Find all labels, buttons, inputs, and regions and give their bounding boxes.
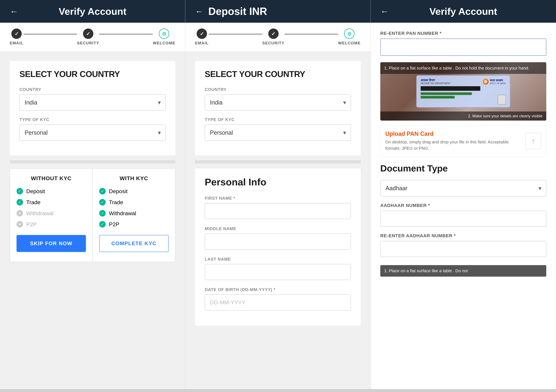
country-label-2: COUNTRY	[205, 87, 351, 92]
back-button-1[interactable]: ←	[10, 7, 18, 16]
step-welcome-circle-1: ⊙	[159, 29, 169, 39]
country-select-1[interactable]: India	[19, 94, 166, 111]
doc-type-select[interactable]: Aadhaar	[380, 180, 546, 196]
check-gray-icon-1: ✕	[16, 210, 23, 216]
re-aadhaar-label: RE-ENTER AADHAAR NUMBER *	[380, 233, 546, 238]
last-name-field: LAST NAME	[205, 257, 351, 280]
govt-india-label: मारत सरकार	[490, 79, 506, 82]
step-security-2: ✓ SECURITY	[262, 29, 285, 45]
first-name-input[interactable]	[205, 203, 351, 219]
header-1: ← Verify Account	[0, 0, 185, 23]
country-section-1: SELECT YOUR COUNTRY COUNTRY India ▾ TYPE…	[10, 61, 175, 155]
with-trade-label: Trade	[109, 199, 123, 206]
separator-2	[195, 160, 361, 163]
kyc-type-select-wrapper-2: Personal ▾	[205, 124, 351, 141]
kyc-type-label-1: TYPE OF KYC	[19, 117, 166, 122]
govt-label: मारत सरकार GOVT. OF INDIA	[490, 79, 506, 85]
with-withdrawal-label: Withdrawal	[109, 210, 136, 216]
bottom-bar-2	[185, 389, 371, 392]
back-button-3[interactable]: ←	[380, 7, 389, 16]
step-email-circle-1: ✓	[11, 29, 22, 39]
with-trade: ✓ Trade	[99, 199, 169, 206]
first-name-label: FIRST NAME *	[205, 196, 351, 201]
pan-image-bottom-note: 2. Make sure your details are clearly vi…	[380, 111, 546, 121]
deposit-title: Deposit INR	[208, 5, 267, 17]
without-withdrawal-label: Withdrawal	[26, 210, 54, 216]
without-kyc-header: WITHOUT KYC	[16, 175, 86, 182]
step-security-label-2: SECURITY	[262, 41, 285, 45]
country-label-1: COUNTRY	[19, 87, 166, 92]
pan-re-enter-input[interactable]	[380, 38, 546, 56]
kyc-type-label-2: TYPE OF KYC	[205, 117, 351, 122]
check-green-icon-6: ✓	[99, 221, 106, 228]
kyc-col-with: WITH KYC ✓ Deposit ✓ Trade ✓ Withdrawal …	[93, 169, 175, 262]
emblem-icon	[483, 79, 489, 85]
step-line-1a	[23, 34, 77, 34]
last-name-input[interactable]	[205, 264, 351, 280]
dob-input[interactable]	[205, 294, 351, 310]
country-select-wrapper-1: India ▾	[19, 94, 166, 111]
step-security-circle-1: ✓	[83, 29, 93, 39]
aadhaar-number-input[interactable]	[380, 211, 546, 227]
country-select-2[interactable]: India	[205, 94, 351, 111]
with-withdrawal: ✓ Withdrawal	[99, 210, 169, 216]
upload-btn-box[interactable]: ↑	[525, 133, 541, 149]
without-p2p-label: P2P	[26, 221, 37, 228]
with-p2p: ✓ P2P	[99, 221, 169, 228]
step-welcome-circle-2: ⊙	[344, 29, 355, 39]
check-green-icon-3: ✓	[99, 188, 106, 194]
panel2-content: SELECT YOUR COUNTRY COUNTRY India ▾ TYPE…	[185, 51, 371, 389]
middle-name-field: MIDDLE NAME	[205, 226, 351, 250]
bottom-note-text: 1. Place on a flat surface like a table …	[384, 268, 468, 273]
pan-card-right: मारत सरकार GOVT. OF INDIA	[483, 79, 506, 85]
pan-dept-left: आयकर विभाग INCOME TAX DEPARTMENT	[421, 79, 451, 85]
back-button-2[interactable]: ←	[195, 7, 203, 16]
step-security-1: ✓ SECURITY	[77, 29, 99, 45]
middle-name-input[interactable]	[205, 233, 351, 250]
steps-row-2: ✓ EMAIL ✓ SECURITY ⊙ WELCOME	[185, 23, 371, 51]
with-deposit-label: Deposit	[109, 188, 128, 194]
country-select-wrapper-2: India ▾	[205, 94, 351, 111]
upload-pan-section[interactable]: Upload PAN Card On desktop, simply drag …	[380, 125, 546, 157]
dob-field: DATE OF BIRTH (DD-MM-YYYY) *	[205, 287, 351, 310]
income-tax-label: INCOME TAX DEPARTMENT	[421, 82, 451, 85]
pan-card-header: आयकर विभाग INCOME TAX DEPARTMENT मारत सर…	[421, 79, 506, 85]
with-kyc-header: WITH KYC	[99, 175, 169, 182]
dob-label: DATE OF BIRTH (DD-MM-YYYY) *	[205, 287, 351, 292]
pan-dept-label: आयकर विभाग	[421, 79, 451, 82]
pan-text-bars	[421, 92, 506, 99]
bottom-note-strip: 1. Place on a flat surface like a table …	[380, 265, 546, 277]
without-withdrawal: ✕ Withdrawal	[16, 210, 86, 216]
step-email-2: ✓ EMAIL	[195, 29, 209, 45]
check-green-icon: ✓	[16, 188, 23, 194]
header-title-3: Verify Account	[429, 6, 497, 17]
deposit-header: ← Deposit INR	[185, 0, 371, 23]
with-p2p-label: P2P	[109, 221, 119, 228]
skip-button[interactable]: SKIP FOR NOW	[16, 235, 86, 252]
pan-bar-2	[421, 96, 455, 99]
bottom-bar-3	[371, 389, 556, 392]
complete-kyc-button[interactable]: COMPLETE KYC	[99, 235, 169, 252]
kyc-col-without: WITHOUT KYC ✓ Deposit ✓ Trade ✕ Withdraw…	[10, 169, 93, 262]
section-title-1: SELECT YOUR COUNTRY	[19, 69, 166, 79]
check-gray-icon-2: ✕	[16, 221, 23, 228]
re-aadhaar-input[interactable]	[380, 241, 546, 257]
kyc-table-1: WITHOUT KYC ✓ Deposit ✓ Trade ✕ Withdraw…	[10, 168, 175, 262]
header-3: ← Verify Account	[371, 0, 556, 23]
step-welcome-label-1: WELCOME	[153, 41, 175, 45]
step-security-label-1: SECURITY	[77, 41, 99, 45]
step-email-label-2: EMAIL	[195, 41, 209, 45]
upload-pan-info: Upload PAN Card On desktop, simply drag …	[385, 131, 520, 152]
panel-verify-account-1: ← Verify Account ✓ EMAIL ✓ SECURITY ⊙ WE…	[0, 0, 185, 392]
panel3-content: RE-ENTER PAN NUMBER * 1. Place on a flat…	[371, 23, 556, 389]
step-email-label-1: EMAIL	[10, 41, 23, 45]
middle-name-label: MIDDLE NAME	[205, 226, 351, 231]
without-trade-label: Trade	[26, 199, 40, 206]
check-green-icon-5: ✓	[99, 210, 106, 216]
kyc-type-select-2[interactable]: Personal	[205, 124, 351, 141]
pan-photo-placeholder	[498, 95, 506, 105]
last-name-label: LAST NAME	[205, 257, 351, 262]
kyc-type-select-1[interactable]: Personal	[19, 124, 166, 141]
personal-info-title: Personal Info	[205, 177, 351, 188]
pan-image-top-note: 1. Place on a flat surface like a table …	[380, 62, 546, 74]
